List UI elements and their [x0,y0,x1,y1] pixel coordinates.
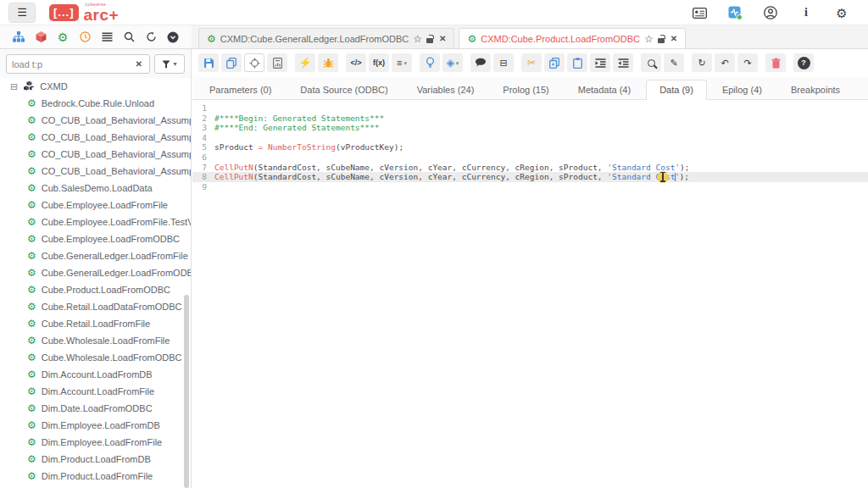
code-line[interactable]: 5sProduct = NumberToString(vProductKey); [192,142,868,152]
section-tab[interactable]: Breakpoints [777,80,854,100]
tree-item-process[interactable]: ⚙ Dim.Employee.LoadFromDB [0,417,191,434]
subsets-hierarchy-icon[interactable] [12,30,25,44]
cube-icon[interactable] [34,30,47,44]
menu-hamburger-button[interactable]: ☰ [8,3,36,23]
code-line[interactable]: 6 [192,152,868,163]
delete-button[interactable] [765,53,786,72]
tree-item-process[interactable]: ⚙ Cube.Employee.LoadFromODBC [0,230,191,247]
close-tab-icon[interactable]: ✕ [439,34,446,43]
comment-button[interactable] [470,53,491,72]
section-tab[interactable]: Data Source (ODBC) [287,80,401,100]
redo-button[interactable]: ↷ [737,53,758,72]
tree-item-process[interactable]: ⚙ CO_CUB_Load_Behavioral_Assumptio [0,112,191,129]
user-icon[interactable] [763,5,778,20]
section-tab[interactable]: Parameters (0) [196,80,285,100]
snippets-dropdown-button[interactable]: ◈ ▾ [442,53,463,72]
hint-button[interactable] [420,53,440,72]
indent-button[interactable] [590,53,610,72]
close-tab-icon[interactable]: ✕ [670,34,677,43]
sidebar-scrollbar[interactable] [184,295,189,488]
document-tab[interactable]: ⚙ CXMD:Cube.GeneralLedger.LoadFromODBC ☆… [198,28,454,48]
tree-item-process[interactable]: ⚙ Cube.Retail.LoadDataFromODBC [0,298,191,315]
favorite-star-icon[interactable]: ☆ [644,33,654,45]
section-tab[interactable]: Prolog (15) [489,80,562,100]
tree-item-process[interactable]: ⚙ Cube.Retail.LoadFromFile [0,315,191,332]
help-button[interactable]: ? [793,53,814,72]
filter-dropdown-button[interactable]: ▾ [154,54,185,74]
tree-item-process[interactable]: ⚙ Dim.Product.LoadFromFile [0,468,191,485]
undo-button[interactable]: ↶ [715,53,735,72]
tree-item-process[interactable]: ⚙ Cube.GeneralLedger.LoadFromODBC [0,264,191,281]
run-bolt-icon: ⚡ [299,58,312,68]
tree-item-process[interactable]: ⚙ Dim.Product.LoadFromDB [0,451,191,468]
search-icon[interactable] [122,30,136,44]
funnel-icon [162,60,170,69]
tree-item-process[interactable]: ⚙ Cube.Product.LoadFromODBC [0,281,191,298]
tree-item-process[interactable]: ⚙ CO_CUB_Load_Behavioral_Assumptio [0,163,191,180]
save-button[interactable] [198,53,219,72]
format-dropdown-button[interactable]: ≡ ▾ [392,53,412,72]
refresh-icon[interactable] [144,30,158,44]
code-line[interactable]: 8CellPutN(StandardCost, sCubeName, cVers… [192,172,868,182]
copy-button[interactable] [221,53,242,72]
outdent-button[interactable] [613,53,633,72]
tree-item-process[interactable]: ⚙ Cube.Employee.LoadFromFile.TestVin [0,214,191,230]
section-tab[interactable]: Data (9) [646,80,707,100]
collapse-node-icon[interactable]: ⊟ [10,82,18,92]
section-tab[interactable]: Epilog (4) [709,80,776,100]
report-button[interactable] [267,53,287,72]
section-tab[interactable]: Metadata (4) [565,80,644,100]
unlock-icon[interactable] [426,38,433,43]
favorite-star-icon[interactable]: ☆ [413,33,422,45]
debug-button[interactable] [318,53,338,72]
code-line[interactable]: 3#****End: Generated Statements**** [192,123,868,133]
code-line[interactable]: 4 [192,133,868,143]
tree-item-process[interactable]: ⚙ Cube.Wholesale.LoadFromODBC [0,349,191,366]
tree-item-process[interactable]: ⚙ Bedrock.Cube.Rule.Unload [0,95,191,112]
unlock-icon[interactable] [658,38,665,43]
id-card-icon[interactable] [692,5,707,20]
tree-item-process[interactable]: ⚙ Cube.Wholesale.LoadFromFile [0,332,191,349]
code-line[interactable]: 7CellPutN(StandardCost, sCubeName, cVers… [192,163,868,173]
run-button[interactable]: ⚡ [295,53,315,72]
refresh-button[interactable]: ↻ [692,53,712,72]
tree-item-process[interactable]: ⚙ Dim.Promotion.LoadFromDB [0,485,191,488]
code-editor[interactable]: 12#****Begin: Generated Statements***3#*… [192,100,868,191]
tree-item-process[interactable]: ⚙ Cube.Employee.LoadFromFile [0,197,191,214]
duplicate-button[interactable] [544,53,565,72]
collapse-all-icon[interactable] [166,30,180,44]
code-line[interactable]: 9 [192,182,868,192]
settings-gear-icon[interactable]: ⚙ [834,5,849,20]
processes-gears-icon[interactable]: ⚙ [56,30,70,44]
code-line[interactable]: 2#****Begin: Generated Statements*** [192,114,868,124]
code-view-button[interactable]: </> [346,53,366,72]
tree-item-process[interactable]: ⚙ Cub.SalesDemo.LoadData [0,180,191,197]
process-gears-icon: ⚙ [27,420,36,430]
code-line[interactable]: 1 [192,103,868,114]
cut-button[interactable]: ✂ [521,53,542,72]
search-input[interactable] [12,59,134,69]
tree-item-process[interactable]: ⚙ Dim.Date.LoadFromODBC [0,400,191,417]
info-icon[interactable]: i [798,5,814,20]
tree-item-process[interactable]: ⚙ Dim.Account.LoadFromDB [0,366,191,383]
locate-button[interactable] [244,53,264,72]
tree-item-process[interactable]: ⚙ CO_CUB_Load_Behavioral_Assumptio [0,129,191,146]
tree-item-process[interactable]: ⚙ Dim.Employee.LoadFromFile [0,434,191,451]
chores-clock-icon[interactable] [78,30,92,44]
clear-search-icon[interactable]: ✕ [134,59,144,69]
tree-root-server[interactable]: ⊟ CXMD [0,78,191,95]
paste-button[interactable] [567,53,587,72]
tree-item-process[interactable]: ⚙ Dim.Account.LoadFromFile [0,383,191,400]
tree-item-process[interactable]: ⚙ Cube.GeneralLedger.LoadFromFile [0,247,191,264]
collapse-block-button[interactable]: ⊟ [493,53,514,72]
section-tab[interactable]: Variables (24) [403,80,488,100]
tree-item-process[interactable]: ⚙ CO_CUB_Load_Behavioral_Assumptio [0,146,191,163]
list-icon[interactable] [100,30,114,44]
functions-icon: f(x) [373,59,385,67]
functions-button[interactable]: f(x) [369,53,389,72]
server-status-icon[interactable] [727,5,743,20]
find-button[interactable] [641,53,661,72]
process-gears-icon: ⚙ [27,200,36,210]
document-tab[interactable]: ⚙ CXMD:Cube.Product.LoadFromODBC ☆ ✕ [459,28,686,48]
edit-button[interactable]: ✎ [664,53,684,72]
